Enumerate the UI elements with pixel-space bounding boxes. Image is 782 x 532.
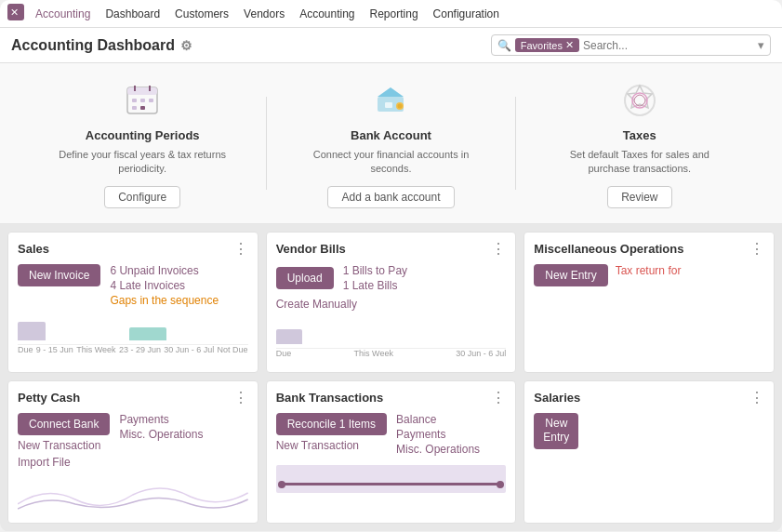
vendor-bills-menu-icon[interactable]: ⋮ [491,242,506,257]
bank-transactions-card: Bank Transactions ⋮ Reconcile 1 Items Ne… [266,380,517,524]
bank-new-transaction-link[interactable]: New Transaction [276,439,387,452]
balance-link[interactable]: Balance [396,413,480,426]
search-input[interactable] [583,39,750,52]
vendor-chart-bar [276,329,302,344]
misc-ops-menu-icon[interactable]: ⋮ [749,242,764,257]
nav-dashboard[interactable]: Dashboard [98,0,167,28]
setup-taxes-title: Taxes [623,128,656,142]
accounting-periods-icon [120,78,165,123]
bank-misc-ops-link[interactable]: Misc. Operations [396,443,480,456]
setup-taxes: Taxes Set default Taxes for sales and pu… [516,78,763,208]
svg-rect-8 [149,99,153,102]
chart-label-915jun: 9 - 15 Jun [36,345,73,354]
sales-menu-icon[interactable]: ⋮ [233,242,248,257]
nav-vendors[interactable]: Vendors [236,0,292,28]
sales-card-title: Sales [18,242,49,256]
chart-label-due: Due [18,345,33,354]
svg-point-15 [398,104,403,109]
salaries-card: Salaries ⋮ New Entry [524,380,775,524]
salaries-new-entry-button[interactable]: New Entry [534,413,578,449]
bank-transactions-menu-icon[interactable]: ⋮ [491,391,506,406]
add-bank-account-button[interactable]: Add a bank account [327,186,454,208]
setup-bank-account: Bank Account Connect your financial acco… [267,78,514,208]
dropdown-arrow-icon[interactable]: ▾ [758,38,764,52]
review-button[interactable]: Review [607,186,671,208]
taxes-icon [617,78,662,123]
late-bills-link[interactable]: 1 Late Bills [343,279,407,292]
setup-accounting-periods-desc: Define your fiscal years & tax returns p… [59,148,226,177]
svg-rect-3 [127,87,157,95]
bank-transactions-title: Bank Transactions [276,391,384,405]
misc-ops-title: Miscellaneous Operations [534,242,683,256]
petty-misc-ops-link[interactable]: Misc. Operations [119,428,203,441]
import-file-link[interactable]: Import File [18,456,110,469]
petty-payments-link[interactable]: Payments [119,413,203,426]
vendor-chart-label-due: Due [276,349,292,358]
chart-bar-thisweek [129,327,166,340]
svg-text:✕: ✕ [10,7,19,18]
tax-return-text: Tax return for [616,264,682,277]
late-invoices-link[interactable]: 4 Late Invoices [110,279,219,292]
petty-cash-title: Petty Cash [18,391,80,405]
bank-payments-link[interactable]: Payments [396,428,480,441]
bills-to-pay-link[interactable]: 1 Bills to Pay [343,264,407,277]
filter-close-icon[interactable]: ✕ [565,39,574,51]
odoo-logo: ✕ [7,4,24,23]
vendor-chart-label-thisweek: This Week [354,349,393,358]
unpaid-invoices-link[interactable]: 6 Unpaid Invoices [110,264,219,277]
setup-bank-account-title: Bank Account [351,128,431,142]
bank-progress-bar [280,483,503,485]
chart-label-2329jun: 23 - 29 Jun [119,345,161,354]
nav-accounting[interactable]: Accounting [292,0,362,28]
new-invoice-button[interactable]: New Invoice [18,264,100,286]
chart-label-thisweek: This Week [76,345,115,354]
misc-ops-card: Miscellaneous Operations ⋮ New Entry Tax… [524,232,775,373]
nav-reporting[interactable]: Reporting [363,0,426,28]
filter-label: Favorites [521,40,563,51]
chart-bar-due [18,322,46,340]
nav-configuration[interactable]: Configuration [426,0,507,28]
salaries-title: Salaries [534,391,580,405]
salaries-menu-icon[interactable]: ⋮ [749,391,764,406]
search-bar: 🔍 Favorites ✕ ▾ [491,34,771,56]
setup-accounting-periods: Accounting Periods Define your fiscal ye… [19,78,266,208]
svg-rect-9 [132,106,137,110]
chart-label-notdue: Not Due [218,345,248,354]
connect-bank-button[interactable]: Connect Bank [18,413,110,435]
petty-cash-card: Petty Cash ⋮ Connect Bank New Transactio… [7,380,258,524]
vendor-bills-title: Vendor Bills [276,242,346,256]
setup-bank-account-desc: Connect your financial accounts in secon… [307,148,474,177]
setup-accounting-periods-title: Accounting Periods [86,128,200,142]
setup-taxes-desc: Set default Taxes for sales and purchase… [556,148,723,177]
reconcile-button[interactable]: Reconcile 1 Items [276,413,387,435]
svg-rect-6 [132,99,137,102]
sales-card: Sales ⋮ New Invoice 6 Unpaid Invoices 4 … [7,232,258,373]
svg-marker-12 [378,87,404,97]
create-manually-link[interactable]: Create Manually [276,298,507,311]
new-entry-button[interactable]: New Entry [534,264,607,286]
upload-button[interactable]: Upload [276,267,334,289]
bank-dot-right [497,481,504,488]
nav-customers[interactable]: Customers [167,0,236,28]
vendor-chart-label-30jun: 30 Jun - 6 Jul [456,349,506,358]
chart-label-30jun6jul: 30 Jun - 6 Jul [164,345,214,354]
nav-accounting[interactable]: Accounting [28,0,98,28]
page-title: Accounting Dashboard ⚙ [11,37,192,54]
filter-badge[interactable]: Favorites ✕ [515,38,579,52]
svg-rect-10 [140,106,145,110]
configure-button[interactable]: Configure [104,186,180,208]
search-icon: 🔍 [497,39,511,52]
petty-cash-menu-icon[interactable]: ⋮ [233,391,248,406]
svg-point-16 [625,86,655,115]
bank-account-icon [368,78,413,123]
gaps-sequence-link[interactable]: Gaps in the sequence [110,294,219,307]
bank-dot-left [278,481,285,488]
new-transaction-link[interactable]: New Transaction [18,439,110,452]
vendor-bills-card: Vendor Bills ⋮ Upload 1 Bills to Pay 1 L… [266,232,517,373]
gear-icon[interactable]: ⚙ [180,38,192,53]
svg-rect-7 [140,99,145,102]
svg-rect-13 [385,102,392,108]
